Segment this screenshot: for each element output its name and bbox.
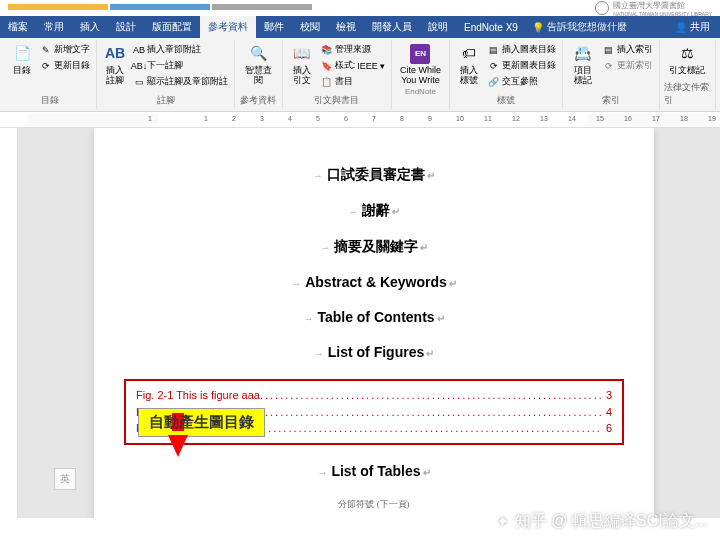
arrow-icon: [168, 435, 188, 457]
group-footnote: AB插入註腳 AB插入章節附註 AB↓下一註腳 ▭顯示註腳及章節附註 註腳: [97, 40, 235, 109]
page: →口試委員審定書↵ →謝辭↵ →摘要及關鍵字↵ →Abstract & Keyw…: [94, 128, 654, 518]
update-toc-button[interactable]: ⟳更新目錄: [38, 58, 92, 73]
tab-mailings[interactable]: 郵件: [256, 16, 292, 38]
add-text-button[interactable]: ✎新增文字: [38, 42, 92, 57]
tell-me-search[interactable]: 💡告訴我您想做什麼: [532, 16, 627, 38]
add-icon: ✎: [40, 44, 52, 56]
tab-layout[interactable]: 版面配置: [144, 16, 200, 38]
lof-entry: Fig. 2-1 This is figure aaa ............…: [136, 387, 612, 404]
zhihu-icon: ✦: [496, 512, 509, 531]
group-label: 索引: [602, 93, 620, 107]
banner-bars: [8, 4, 312, 12]
tab-file[interactable]: 檔案: [0, 16, 36, 38]
tab-design[interactable]: 設計: [108, 16, 144, 38]
lookup-icon: 🔍: [248, 44, 268, 64]
group-citation: 📖插入引文 📚管理來源 🔖樣式: IEEE ▾ 📋書目 引文與書目: [283, 40, 392, 109]
heading: →口試委員審定書↵: [144, 166, 604, 184]
update-index-button[interactable]: ⟳更新索引: [601, 58, 655, 73]
show-notes-button[interactable]: ▭顯示註腳及章節附註: [131, 74, 230, 89]
org-name: 國立臺灣大學圖書館: [613, 0, 712, 11]
callout-text: 自動產生圖目錄: [138, 408, 265, 437]
watermark: ✦ 知乎 @ 輯思編译SCI論文...: [496, 511, 708, 532]
group-caption: 🏷插入標號 ▤插入圖表目錄 ⟳更新圖表目錄 🔗交互參照 標號: [450, 40, 563, 109]
heading: →Abstract & Keywords↵: [144, 274, 604, 291]
insert-citation-button[interactable]: 📖插入引文: [287, 42, 317, 88]
next-icon: AB↓: [133, 60, 145, 72]
next-footnote-button[interactable]: AB↓下一註腳: [131, 58, 230, 73]
share-button[interactable]: 👤共用: [665, 16, 720, 38]
lof-icon: ▤: [488, 44, 500, 56]
biblio-icon: 📋: [321, 76, 333, 88]
smart-lookup-button[interactable]: 🔍智慧查閱: [239, 42, 278, 88]
updidx-icon: ⟳: [603, 60, 615, 72]
language-indicator[interactable]: 英: [54, 468, 76, 490]
section-break: 分節符號 (下一頁): [144, 498, 604, 511]
tab-endnote[interactable]: EndNote X9: [456, 16, 526, 38]
heading: →Table of Contents↵: [144, 309, 604, 326]
group-toc: 📄目錄 ✎新增文字 ⟳更新目錄 目錄: [4, 40, 97, 109]
tab-home[interactable]: 常用: [36, 16, 72, 38]
group-legal: ⚖引文標記 法律文件索引: [660, 40, 716, 109]
insert-footnote-button[interactable]: AB插入註腳: [101, 42, 129, 88]
library-banner: 國立臺灣大學圖書館 NATIONAL TAIWAN UNIVERSITY LIB…: [0, 0, 720, 16]
bibliography-button[interactable]: 📋書目: [319, 74, 387, 89]
footnote-icon: AB: [105, 44, 125, 64]
library-logo-icon: [595, 1, 609, 15]
org-logo: 國立臺灣大學圖書館 NATIONAL TAIWAN UNIVERSITY LIB…: [595, 4, 712, 12]
legal-icon: ⚖: [677, 44, 697, 64]
show-icon: ▭: [133, 76, 145, 88]
group-research: 🔍智慧查閱 參考資料: [235, 40, 283, 109]
group-label: 目錄: [41, 93, 59, 107]
mark-entry-button[interactable]: 📇項目標記: [567, 42, 599, 88]
endnote-icon: AB: [133, 44, 145, 56]
tab-references[interactable]: 參考資料: [200, 16, 256, 38]
endnote-icon: EN: [410, 44, 430, 64]
insert-index-button[interactable]: ▤插入索引: [601, 42, 655, 57]
ribbon-tabs: 檔案 常用 插入 設計 版面配置 參考資料 郵件 校閱 檢視 開發人員 說明 E…: [0, 16, 720, 38]
group-label: 註腳: [157, 93, 175, 107]
toc-icon: 📄: [12, 44, 32, 64]
tab-review[interactable]: 校閱: [292, 16, 328, 38]
group-index: 📇項目標記 ▤插入索引 ⟳更新索引 索引: [563, 40, 660, 109]
update-table-button[interactable]: ⟳更新圖表目錄: [486, 58, 558, 73]
endnote-cwyw-button[interactable]: EN Cite While You Write EndNote: [396, 42, 445, 99]
lightbulb-icon: 💡: [532, 22, 544, 33]
insert-caption-button[interactable]: 🏷插入標號: [454, 42, 484, 88]
insert-endnote-button[interactable]: AB插入章節附註: [131, 42, 230, 57]
group-label: 標號: [497, 93, 515, 107]
tab-developer[interactable]: 開發人員: [364, 16, 420, 38]
manage-sources-button[interactable]: 📚管理來源: [319, 42, 387, 57]
toc-button[interactable]: 📄目錄: [8, 42, 36, 78]
annotation-callout: 自動產生圖目錄: [138, 408, 265, 457]
style-dropdown[interactable]: 🔖樣式: IEEE ▾: [319, 58, 387, 73]
heading: →List of Tables↵: [144, 463, 604, 480]
ribbon: 📄目錄 ✎新增文字 ⟳更新目錄 目錄 AB插入註腳 AB插入章節附註 AB↓下一…: [0, 38, 720, 112]
caption-icon: 🏷: [459, 44, 479, 64]
heading: →摘要及關鍵字↵: [144, 238, 604, 256]
insidx-icon: ▤: [603, 44, 615, 56]
heading: →謝辭↵: [144, 202, 604, 220]
tab-insert[interactable]: 插入: [72, 16, 108, 38]
document-area: →口試委員審定書↵ →謝辭↵ →摘要及關鍵字↵ →Abstract & Keyw…: [0, 128, 720, 518]
bar: [8, 4, 108, 10]
vertical-ruler[interactable]: [0, 128, 18, 518]
tab-help[interactable]: 說明: [420, 16, 456, 38]
page-scroll[interactable]: →口試委員審定書↵ →謝辭↵ →摘要及關鍵字↵ →Abstract & Keyw…: [18, 128, 720, 518]
tab-view[interactable]: 檢視: [328, 16, 364, 38]
group-label: 法律文件索引: [664, 80, 711, 107]
update-icon: ⟳: [40, 60, 52, 72]
heading: →List of Figures↵: [144, 344, 604, 361]
cross-reference-button[interactable]: 🔗交互參照: [486, 74, 558, 89]
mark-citation-button[interactable]: ⚖引文標記: [665, 42, 709, 78]
update-icon: ⟳: [488, 60, 500, 72]
group-label: 引文與書目: [314, 93, 359, 107]
share-icon: 👤: [675, 22, 687, 33]
citation-icon: 📖: [292, 44, 312, 64]
group-label: 參考資料: [240, 93, 276, 107]
insert-table-figures-button[interactable]: ▤插入圖表目錄: [486, 42, 558, 57]
manage-icon: 📚: [321, 44, 333, 56]
bar: [212, 4, 312, 10]
style-icon: 🔖: [321, 60, 333, 72]
horizontal-ruler[interactable]: 112345678910111213141516171819: [0, 112, 720, 128]
index-icon: 📇: [573, 44, 593, 64]
